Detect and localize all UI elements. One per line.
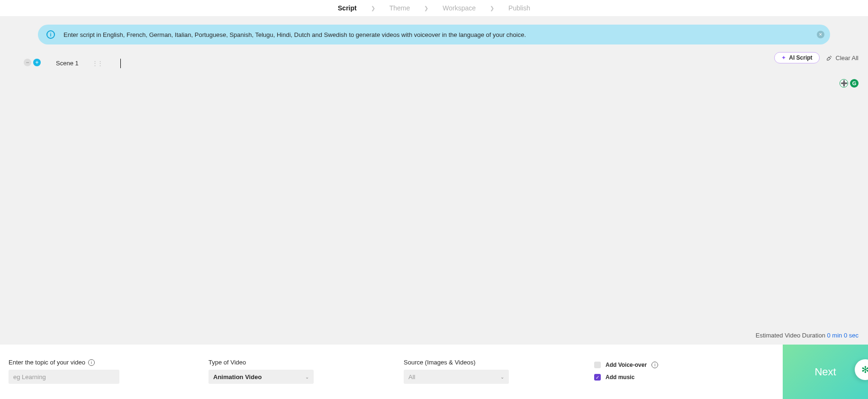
add-scene-button[interactable]: + [33,59,41,66]
remove-scene-button[interactable]: − [24,59,31,66]
editor-badges: ➕ G [840,79,859,88]
chevron-down-icon: ⌄ [305,374,309,380]
assistant-icon: ✻ [861,364,868,375]
scene-row: − + Scene 1 ⋮⋮ [0,58,868,68]
close-banner-button[interactable]: ✕ [817,31,824,38]
voiceover-checkbox[interactable] [594,362,601,368]
source-value: All [408,373,415,381]
add-extension-icon[interactable]: ➕ [840,79,848,88]
script-editor-area: Enter script in English, French, German,… [0,16,868,345]
chevron-right-icon: ❯ [371,5,375,11]
grammarly-icon[interactable]: G [850,79,859,88]
bottom-bar: Enter the topic of your video i Type of … [0,345,868,399]
video-type-value: Animation Video [213,373,262,381]
wizard-steps: Script ❯ Theme ❯ Workspace ❯ Publish [0,0,868,16]
info-banner: Enter script in English, French, German,… [38,25,830,44]
chevron-down-icon: ⌄ [500,374,504,380]
voiceover-label: Add Voice-over [606,362,647,368]
info-banner-text: Enter script in English, French, German,… [63,31,526,38]
options-column: Add Voice-over i ✓ Add music [594,362,658,381]
step-publish[interactable]: Publish [508,4,530,12]
scene-label: Scene 1 [56,60,79,67]
topic-label-text: Enter the topic of your video [9,359,85,366]
music-checkbox-row[interactable]: ✓ Add music [594,374,658,381]
source-label: Source (Images & Videos) [404,359,509,366]
help-icon[interactable]: i [651,362,658,368]
help-icon[interactable]: i [88,359,95,366]
music-checkbox[interactable]: ✓ [594,374,601,381]
type-label: Type of Video [208,359,314,366]
type-field-group: Type of Video Animation Video ⌄ [208,359,314,384]
music-label: Add music [606,374,634,381]
source-field-group: Source (Images & Videos) All ⌄ [404,359,509,384]
drag-handle-icon[interactable]: ⋮⋮ [92,60,102,67]
scene-controls: − + [24,59,41,66]
video-type-select[interactable]: Animation Video ⌄ [208,370,314,384]
source-select[interactable]: All ⌄ [404,370,509,384]
duration-label: Estimated Video Duration [756,332,827,339]
step-script[interactable]: Script [338,4,357,12]
topic-field-group: Enter the topic of your video i [9,359,119,384]
chevron-right-icon: ❯ [490,5,494,11]
topic-input[interactable] [9,370,119,384]
voiceover-checkbox-row[interactable]: Add Voice-over i [594,362,658,368]
info-icon [46,30,55,39]
text-cursor[interactable] [120,59,121,68]
scene-label-wrap: Scene 1 ⋮⋮ [56,58,121,68]
topic-label: Enter the topic of your video i [9,359,119,366]
step-workspace[interactable]: Workspace [443,4,476,12]
duration-row: Estimated Video Duration 0 min 0 sec [0,332,868,339]
chevron-right-icon: ❯ [424,5,428,11]
duration-value: 0 min 0 sec [827,332,859,339]
step-theme[interactable]: Theme [389,4,410,12]
